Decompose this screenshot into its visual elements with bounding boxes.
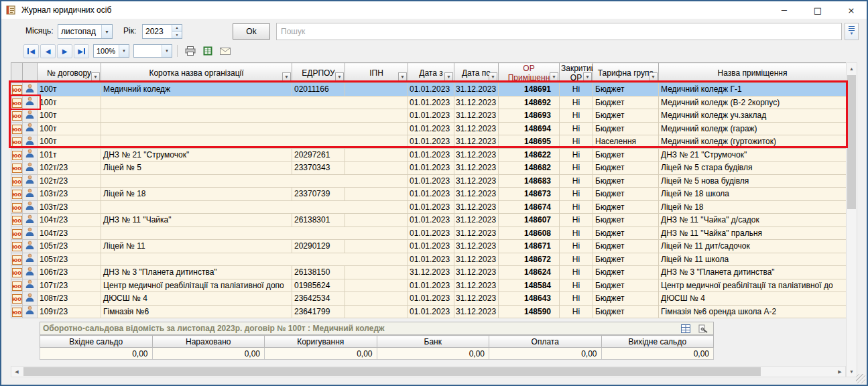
cell-date-to[interactable]: 31.12.2023 xyxy=(454,174,499,188)
cell-closed[interactable]: Ні xyxy=(560,266,593,279)
cell-date-from[interactable]: 01.01.2023 xyxy=(408,188,454,201)
maximize-button[interactable]: □ xyxy=(806,3,829,17)
cell-org[interactable]: ДЮСШ № 4 xyxy=(101,292,292,306)
table-row[interactable]: юо101тДНЗ № 21 "Струмочок"2029726101.01.… xyxy=(11,148,847,162)
cell-date-to[interactable]: 31.12.2023 xyxy=(454,240,499,253)
column-header-tariff-group[interactable]: Тарифна група ▼ xyxy=(593,63,659,83)
year-stepper[interactable]: ▲ ▼ xyxy=(142,24,182,39)
filter-icon[interactable]: ▼ xyxy=(398,72,407,81)
cell-tariff[interactable]: Бюджет xyxy=(593,292,659,306)
cell-ipn[interactable] xyxy=(345,227,408,240)
cell-closed[interactable]: Ні xyxy=(560,162,593,175)
cell-premise[interactable]: Ліцей № 11 дит/садочок xyxy=(659,240,847,253)
scroll-right-icon[interactable]: ▶ xyxy=(834,367,845,377)
column-header-organization[interactable]: Коротка назва організації ▼ xyxy=(101,63,292,83)
cell-org[interactable] xyxy=(101,96,292,109)
cell-date-from[interactable]: 01.01.2023 xyxy=(408,240,454,253)
table-row[interactable]: юо103т/23Ліцей № 182337073901.01.202331.… xyxy=(11,188,847,201)
resize-grip[interactable] xyxy=(856,374,865,383)
cell-closed[interactable]: Ні xyxy=(560,200,593,214)
person-icon[interactable] xyxy=(25,266,35,275)
legal-entity-badge-icon[interactable]: юо xyxy=(12,151,22,160)
cell-contract[interactable]: 103т/23 xyxy=(38,200,101,214)
legal-entity-badge-icon[interactable]: юо xyxy=(12,281,22,291)
cell-ipn[interactable] xyxy=(345,162,408,175)
table-row[interactable]: юо108т/23ДЮСШ № 42364253401.01.202331.12… xyxy=(11,292,847,306)
cell-contract[interactable]: 100т xyxy=(38,109,101,123)
cell-or-account[interactable]: 148674 xyxy=(499,200,560,214)
cell-edrpou[interactable]: 20290129 xyxy=(292,240,345,253)
cell-org[interactable] xyxy=(101,200,292,214)
legal-entity-badge-icon[interactable]: юо xyxy=(12,85,22,94)
cell-edrpou[interactable] xyxy=(292,96,345,109)
table-row[interactable]: юо106т/23ДНЗ № 3 "Планета дитинства"2613… xyxy=(11,266,847,279)
cell-date-to[interactable]: 31.12.2023 xyxy=(454,188,499,201)
cell-org[interactable] xyxy=(101,122,292,135)
column-header-ipn[interactable]: ІПН ▼ xyxy=(345,63,408,83)
cell-org[interactable] xyxy=(101,227,292,240)
cell-premise[interactable]: Медичний коледж (В-2 2корпус) xyxy=(659,96,847,109)
person-icon[interactable] xyxy=(25,162,35,171)
cell-ipn[interactable] xyxy=(345,109,408,123)
cell-or-account[interactable]: 148624 xyxy=(499,266,560,279)
table-row[interactable]: юо107т/23Центр медичної реабілітації та … xyxy=(11,279,847,292)
cell-tariff[interactable]: Бюджет xyxy=(593,109,659,123)
cell-date-from[interactable]: 01.01.2023 xyxy=(408,292,454,306)
cell-contract[interactable]: 101т xyxy=(38,148,101,162)
table-row[interactable]: юо105т/2301.01.202331.12.2023148672НіБюд… xyxy=(11,253,847,266)
table-row[interactable]: юо100т01.01.202331.12.2023148695НіНаселе… xyxy=(11,135,847,149)
cell-premise[interactable]: Ліцей № 18 школа xyxy=(659,188,847,201)
cell-ipn[interactable] xyxy=(345,122,408,135)
cell-edrpou[interactable] xyxy=(292,174,345,188)
last-record-button[interactable]: ▶ xyxy=(74,44,89,58)
year-up-icon[interactable]: ▲ xyxy=(172,25,182,31)
cell-premise[interactable]: Медичний коледж (гараж) xyxy=(659,122,847,135)
person-icon[interactable] xyxy=(25,188,35,197)
cell-contract[interactable]: 104т/23 xyxy=(38,214,101,227)
vertical-scrollbar[interactable]: ▲ ▼ xyxy=(846,62,857,377)
cell-date-to[interactable]: 31.12.2023 xyxy=(454,162,499,175)
cell-org[interactable]: Медичний коледж xyxy=(101,83,292,96)
column-header-date-from[interactable]: Дата з ▼ xyxy=(408,63,454,83)
cell-or-account[interactable]: 148584 xyxy=(499,279,560,292)
previous-record-button[interactable]: ◀ xyxy=(40,44,56,58)
summary-settings-button[interactable] xyxy=(696,323,710,334)
table-row[interactable]: юо100тМедичний коледж0201116601.01.20233… xyxy=(11,83,847,96)
table-row[interactable]: юо104т/2301.01.202331.12.2023148608НіБюд… xyxy=(11,227,847,240)
cell-tariff[interactable]: Бюджет xyxy=(593,162,659,175)
cell-contract[interactable]: 103т/23 xyxy=(38,188,101,201)
cell-contract[interactable]: 105т/23 xyxy=(38,253,101,266)
cell-closed[interactable]: Ні xyxy=(560,188,593,201)
cell-ipn[interactable] xyxy=(345,279,408,292)
cell-org[interactable] xyxy=(101,109,292,123)
person-icon[interactable] xyxy=(25,96,35,106)
cell-date-to[interactable]: 31.12.2023 xyxy=(454,253,499,266)
cell-org[interactable]: Ліцей № 5 xyxy=(101,162,292,175)
cell-tariff[interactable]: Бюджет xyxy=(593,305,659,318)
cell-closed[interactable]: Ні xyxy=(560,227,593,240)
filter-icon[interactable]: ▼ xyxy=(649,72,658,81)
column-header-edrpou[interactable]: ЕДРПОУ ▼ xyxy=(292,63,345,83)
cell-tariff[interactable]: Бюджет xyxy=(593,200,659,214)
cell-tariff[interactable]: Бюджет xyxy=(593,227,659,240)
cell-edrpou[interactable] xyxy=(292,227,345,240)
cell-ipn[interactable] xyxy=(345,188,408,201)
cell-ipn[interactable] xyxy=(345,292,408,306)
cell-contract[interactable]: 100т xyxy=(38,122,101,135)
legal-entity-badge-icon[interactable]: юо xyxy=(12,125,22,134)
cell-date-to[interactable]: 31.12.2023 xyxy=(454,227,499,240)
cell-date-to[interactable]: 31.12.2023 xyxy=(454,135,499,149)
cell-contract[interactable]: 102т/23 xyxy=(38,174,101,188)
cell-closed[interactable]: Ні xyxy=(560,240,593,253)
cell-contract[interactable]: 108т/23 xyxy=(38,292,101,306)
person-icon[interactable] xyxy=(25,279,35,289)
cell-edrpou[interactable]: 02011166 xyxy=(292,83,345,96)
year-input[interactable] xyxy=(143,25,172,38)
table-row[interactable]: юо104т/23ДНЗ № 11 "Чайка"2613830101.01.2… xyxy=(11,214,847,227)
cell-date-from[interactable]: 01.01.2023 xyxy=(408,279,454,292)
cell-contract[interactable]: 100т xyxy=(38,83,101,96)
cell-or-account[interactable]: 148691 xyxy=(499,83,560,96)
cell-tariff[interactable]: Бюджет xyxy=(593,188,659,201)
cell-date-from[interactable]: 01.01.2023 xyxy=(408,122,454,135)
cell-date-to[interactable]: 31.12.2023 xyxy=(454,200,499,214)
